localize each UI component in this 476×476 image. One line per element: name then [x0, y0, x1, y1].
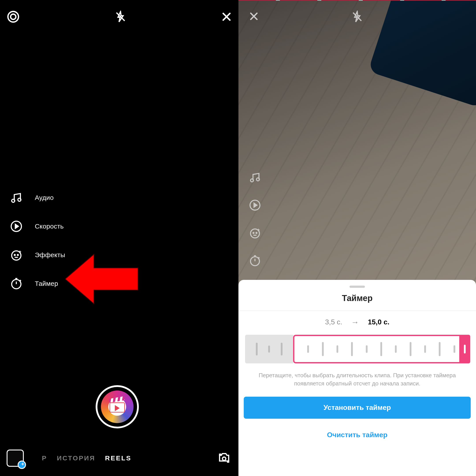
svg-point-1 [11, 14, 16, 19]
svg-point-7 [18, 198, 21, 201]
tool-audio-label: Аудио [35, 194, 54, 202]
close-icon[interactable] [221, 11, 232, 22]
timer-duration-slider[interactable] [244, 335, 471, 363]
timer-stopwatch-icon [10, 277, 23, 290]
timer-end-value: 15,0 с. [368, 318, 389, 326]
reels-tools-menu-dimmed [248, 164, 262, 274]
tool-effects[interactable]: Эффекты [10, 241, 65, 269]
timer-stopwatch-icon [248, 254, 262, 268]
tool-timer [248, 247, 262, 274]
sparkle-face-icon [248, 226, 262, 240]
timer-bottom-sheet: Таймер 3,5 с. → 15,0 с. [238, 280, 476, 476]
reels-logo-icon [101, 391, 134, 423]
tool-speed-label: Скорость [35, 222, 64, 230]
record-shutter-button[interactable] [96, 385, 139, 428]
right-topbar [238, 6, 476, 28]
tool-speed[interactable]: Скорость [10, 212, 65, 241]
reels-tools-menu: Аудио Скорость [10, 183, 65, 298]
svg-marker-22 [254, 203, 257, 207]
mode-tab-history[interactable]: ИСТОРИЯ [57, 454, 95, 462]
tool-effects [248, 219, 262, 247]
flash-off-icon[interactable] [351, 11, 363, 23]
slider-active-track [293, 335, 469, 363]
tool-timer-label: Таймер [35, 280, 58, 287]
timer-hint-text: Перетащите, чтобы выбрать длительность к… [254, 371, 461, 388]
music-note-icon [248, 170, 262, 184]
arrow-right-icon: → [351, 318, 359, 327]
close-icon[interactable] [249, 11, 259, 22]
svg-point-12 [17, 255, 18, 256]
timer-sheet-screen: Таймер 3,5 с. → 15,0 с. [238, 0, 476, 476]
music-note-icon [10, 191, 23, 204]
tool-effects-label: Эффекты [35, 251, 65, 259]
svg-point-19 [251, 179, 254, 182]
clear-timer-button[interactable]: Очистить таймер [244, 424, 471, 446]
svg-point-25 [256, 233, 257, 234]
tool-speed [248, 191, 262, 219]
slider-elapsed-track [245, 335, 293, 363]
timer-range-display: 3,5 с. → 15,0 с. [244, 318, 471, 327]
mode-tab-reels[interactable]: REELS [105, 454, 132, 462]
svg-point-13 [12, 279, 21, 289]
tool-audio [248, 164, 262, 191]
sheet-title: Таймер [244, 293, 471, 303]
annotation-arrow [65, 246, 145, 312]
set-timer-button[interactable]: Установить таймер [244, 397, 471, 419]
clear-timer-label: Очистить таймер [327, 431, 388, 439]
timer-start-value: 3,5 с. [325, 318, 342, 326]
svg-point-20 [256, 178, 260, 181]
mode-tab-clipped[interactable]: Р [35, 454, 47, 462]
svg-point-24 [253, 233, 254, 234]
sparkle-face-icon [10, 248, 23, 262]
left-topbar [0, 6, 238, 28]
settings-gear-icon[interactable] [6, 10, 20, 24]
svg-marker-9 [15, 224, 18, 229]
slider-handle[interactable] [459, 335, 470, 363]
sheet-drag-handle[interactable] [350, 286, 365, 288]
svg-point-6 [12, 199, 15, 202]
svg-marker-14 [65, 254, 138, 304]
set-timer-label: Установить таймер [323, 404, 391, 412]
tool-timer[interactable]: Таймер [10, 269, 65, 298]
flash-off-icon[interactable] [114, 11, 127, 23]
reels-camera-screen: Аудио Скорость [0, 0, 238, 476]
gallery-add-button[interactable]: + [7, 450, 24, 467]
switch-camera-icon[interactable] [216, 450, 232, 466]
svg-point-0 [8, 12, 18, 22]
bottom-bar: + Р ИСТОРИЯ REELS [0, 446, 238, 470]
tool-audio[interactable]: Аудио [10, 183, 65, 212]
camera-mode-tabs: Р ИСТОРИЯ REELS [33, 454, 208, 462]
play-speed-icon [248, 198, 262, 212]
play-speed-icon [10, 220, 23, 233]
svg-point-11 [14, 255, 16, 256]
